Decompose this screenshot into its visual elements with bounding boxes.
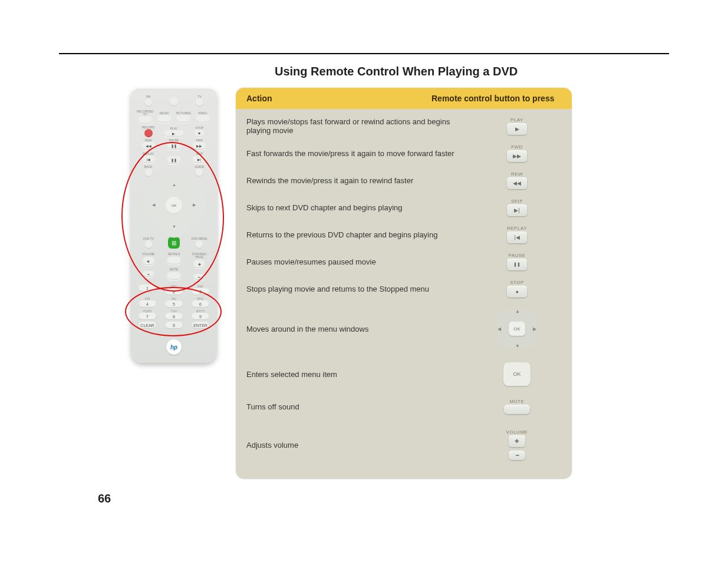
action-text: Fast forwards the movie/press it again t…	[246, 149, 473, 158]
action-text: Adjusts volume	[246, 441, 473, 449]
dpad-icon: OK▲▼◀▶	[494, 308, 540, 350]
remote-numpad: 1ABC2DEF3GHI4JKL5MNO6PQRS7TUV8WXYZ9CLEAR…	[136, 285, 212, 329]
button-cell: REW◀◀	[473, 171, 561, 189]
transport-button-icon: ▶	[507, 123, 527, 135]
table-row: Fast forwards the movie/press it again t…	[236, 140, 572, 167]
button-cell: FWD▶▶	[473, 144, 561, 162]
transport-button-icon: ■	[507, 286, 527, 297]
button-cell: PLAY▶	[473, 117, 561, 135]
mute-button-icon	[504, 405, 530, 414]
button-cell: MUTE	[473, 399, 561, 414]
table-row: Moves around in the menu windowsOK▲▼◀▶	[236, 302, 572, 355]
action-text: Turns off sound	[246, 402, 473, 411]
page-number: 66	[98, 492, 669, 505]
ok-button-icon: OK	[503, 362, 531, 386]
section-heading: Using Remote Control When Playing a DVD	[275, 65, 669, 78]
transport-button-icon: |◀	[507, 232, 527, 243]
remote-control-image: FM TV RECORDED TV MUSIC PICTURES	[131, 88, 217, 363]
button-cell: REPLAY|◀	[473, 226, 561, 243]
table-row: Enters selected menu itemOK	[236, 355, 572, 393]
remote-dpad: OK ▲ ▼ ◀ ▶	[147, 179, 200, 232]
transport-button-icon: ❚❚	[507, 259, 527, 270]
table-header-action: Action	[246, 94, 431, 103]
action-text: Skips to next DVD chapter and begins pla…	[246, 203, 473, 212]
button-cell: SKIP▶|	[473, 199, 561, 216]
table-header-button: Remote control button to press	[431, 94, 561, 103]
table-row: Stops playing movie and returns to the S…	[236, 275, 572, 302]
volume-up-icon: ✚	[509, 435, 525, 447]
transport-button-icon: ▶▶	[507, 150, 527, 162]
button-cell: PAUSE❚❚	[473, 253, 561, 270]
button-cell: VOLUME✚━	[473, 429, 561, 460]
windows-button: ⊞	[168, 237, 180, 249]
button-cell: OK	[473, 362, 561, 386]
action-text: Moves around in the menu windows	[246, 325, 473, 333]
table-row: Adjusts volumeVOLUME✚━	[236, 420, 572, 470]
fm-label: FM	[136, 95, 161, 98]
transport-button-icon: ▶|	[507, 204, 527, 216]
button-cell: OK▲▼◀▶	[473, 308, 561, 350]
action-text: Pauses movie/resumes paused movie	[246, 257, 473, 266]
table-row: Plays movie/stops fast forward or rewind…	[236, 113, 572, 140]
button-cell: STOP■	[473, 280, 561, 297]
table-row: Turns off soundMUTE	[236, 393, 572, 420]
table-row: Skips to next DVD chapter and begins pla…	[236, 194, 572, 221]
actions-table: Action Remote control button to press Pl…	[236, 88, 572, 479]
tv-label: TV	[187, 95, 212, 98]
table-row: Returns to the previous DVD chapter and …	[236, 221, 572, 248]
transport-button-icon: ◀◀	[507, 177, 527, 189]
action-text: Stops playing movie and returns to the S…	[246, 285, 473, 293]
hp-logo: hp	[166, 339, 182, 355]
table-row: Rewinds the movie/press it again to rewi…	[236, 167, 572, 194]
action-text: Enters selected menu item	[246, 370, 473, 379]
action-text: Rewinds the movie/press it again to rewi…	[246, 176, 473, 185]
volume-down-icon: ━	[509, 451, 525, 460]
action-text: Plays movie/stops fast forward or rewind…	[246, 117, 473, 135]
action-text: Returns to the previous DVD chapter and …	[246, 230, 473, 239]
table-row: Pauses movie/resumes paused moviePAUSE❚❚	[236, 248, 572, 275]
